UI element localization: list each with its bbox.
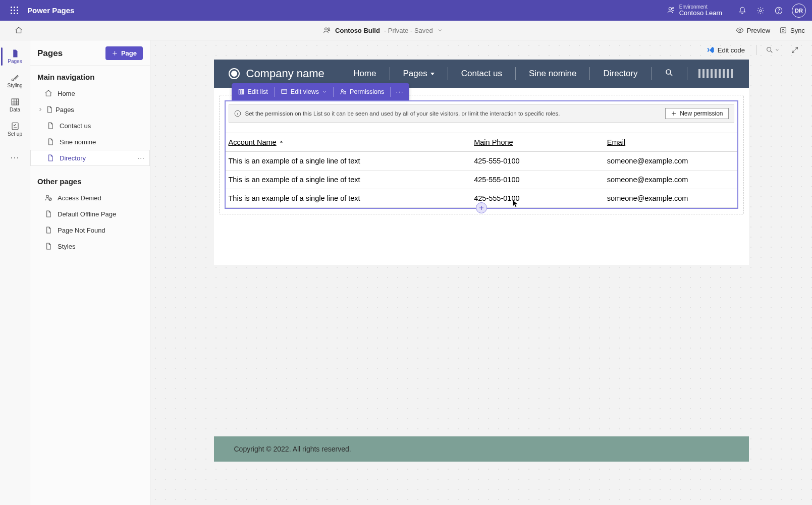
preview-nav-search[interactable] bbox=[658, 68, 681, 80]
document-icon bbox=[44, 210, 52, 218]
list-toolbar: Edit list Edit views Permissions bbox=[232, 83, 409, 100]
col-main-phone[interactable]: Main Phone bbox=[471, 133, 604, 152]
nav-home[interactable]: Home bbox=[30, 85, 150, 101]
page-icon bbox=[11, 49, 20, 58]
preview-button[interactable]: Preview bbox=[736, 26, 770, 34]
preview-nav-directory[interactable]: Directory bbox=[596, 69, 644, 79]
add-page-button[interactable]: Page bbox=[105, 46, 143, 60]
col-email[interactable]: Email bbox=[604, 133, 737, 152]
chevron-down-icon bbox=[322, 89, 327, 94]
info-icon bbox=[234, 110, 241, 117]
form-icon bbox=[281, 88, 288, 95]
document-icon bbox=[44, 242, 52, 250]
cell-email: someone@example.com bbox=[604, 189, 737, 208]
user-avatar[interactable]: DR bbox=[792, 4, 806, 18]
zoom-button[interactable] bbox=[764, 44, 782, 56]
edit-list-button[interactable]: Edit list bbox=[232, 83, 274, 100]
document-icon bbox=[45, 105, 53, 114]
tool-data[interactable]: Data bbox=[1, 93, 29, 117]
svg-point-1 bbox=[672, 8, 674, 9]
columns-icon bbox=[238, 88, 245, 95]
environment-label: Environment bbox=[679, 4, 722, 10]
preview-nav-contact[interactable]: Contact us bbox=[454, 69, 509, 79]
nav-pages[interactable]: Pages bbox=[30, 101, 150, 118]
svg-point-15 bbox=[232, 71, 237, 76]
ellipsis-icon: ... bbox=[10, 150, 19, 161]
cell-main-phone: 425-555-0100 bbox=[471, 152, 604, 171]
cell-main-phone: 425-555-0100 bbox=[471, 171, 604, 189]
nav-item-more-button[interactable]: ··· bbox=[137, 154, 145, 162]
table-row[interactable]: This is an example of a single line of t… bbox=[226, 171, 737, 189]
chevron-down-icon bbox=[437, 27, 443, 33]
col-main-phone-label: Main Phone bbox=[474, 138, 513, 146]
app-launcher-button[interactable] bbox=[6, 3, 22, 19]
fullscreen-button[interactable] bbox=[789, 44, 801, 56]
document-icon bbox=[46, 154, 55, 162]
add-page-label: Page bbox=[121, 49, 137, 57]
cell-email: someone@example.com bbox=[604, 171, 737, 189]
svg-rect-19 bbox=[242, 89, 243, 94]
nav-styles[interactable]: Styles bbox=[30, 238, 150, 254]
expand-icon bbox=[791, 46, 799, 54]
plus-icon bbox=[671, 110, 677, 117]
svg-point-16 bbox=[666, 70, 671, 74]
preview-nav-home[interactable]: Home bbox=[346, 69, 383, 79]
tool-setup-label: Set up bbox=[8, 131, 22, 137]
sort-asc-icon bbox=[279, 140, 284, 145]
preview-site-footer: Copyright © 2022. All rights reserved. bbox=[214, 436, 749, 462]
preview-brand[interactable]: Company name bbox=[228, 67, 324, 80]
nav-default-offline[interactable]: Default Offline Page bbox=[30, 206, 150, 222]
document-icon bbox=[46, 122, 55, 130]
cell-main-phone: 425-555-0100 bbox=[471, 189, 604, 208]
notifications-button[interactable] bbox=[733, 2, 751, 20]
tool-rail: Pages Styling Data Set up ... bbox=[0, 40, 30, 505]
svg-point-13 bbox=[767, 47, 771, 51]
edit-views-button[interactable]: Edit views bbox=[275, 83, 333, 100]
svg-rect-10 bbox=[12, 123, 18, 130]
permission-info-bar: Set the permission on this List so it ca… bbox=[229, 104, 734, 123]
plus-icon bbox=[478, 205, 484, 211]
add-section-button[interactable] bbox=[476, 202, 487, 213]
nav-access-denied[interactable]: Access Denied bbox=[30, 190, 150, 206]
list-component[interactable]: Set the permission on this List so it ca… bbox=[225, 100, 738, 209]
tool-pages[interactable]: Pages bbox=[1, 44, 29, 69]
nav-directory[interactable]: Directory ··· bbox=[30, 150, 150, 166]
svg-rect-20 bbox=[282, 89, 287, 93]
svg-rect-8 bbox=[781, 28, 786, 33]
preview-nav-sine[interactable]: Sine nomine bbox=[522, 69, 584, 79]
sync-button[interactable]: Sync bbox=[779, 26, 805, 34]
permissions-label: Permissions bbox=[350, 88, 384, 95]
main-nav-section-title: Main navigation bbox=[30, 66, 150, 85]
edit-code-button[interactable]: Edit code bbox=[702, 44, 749, 56]
svg-point-11 bbox=[46, 195, 49, 198]
tool-more[interactable]: ... bbox=[1, 143, 29, 167]
brush-icon bbox=[11, 73, 20, 82]
nav-directory-label: Directory bbox=[60, 154, 86, 162]
preview-nav-pages[interactable]: Pages bbox=[396, 69, 442, 79]
list-toolbar-more[interactable]: ··· bbox=[391, 83, 409, 100]
new-permission-button[interactable]: New permission bbox=[665, 108, 728, 119]
sync-icon bbox=[779, 26, 787, 34]
tool-styling[interactable]: Styling bbox=[1, 69, 29, 93]
data-table: Account Name Main Phone Email This is an… bbox=[226, 133, 737, 208]
nav-sine-nomine[interactable]: Sine nomine bbox=[30, 134, 150, 150]
question-icon bbox=[775, 7, 783, 15]
col-account-name[interactable]: Account Name bbox=[226, 133, 471, 152]
nav-page-not-found[interactable]: Page Not Found bbox=[30, 222, 150, 238]
col-account-name-label: Account Name bbox=[229, 138, 277, 146]
document-icon bbox=[44, 226, 52, 234]
svg-point-6 bbox=[328, 28, 330, 29]
nav-home-label: Home bbox=[58, 90, 75, 97]
tool-setup[interactable]: Set up bbox=[1, 117, 29, 141]
command-bar: Contoso Build - Private - Saved Preview … bbox=[0, 21, 812, 40]
table-row[interactable]: This is an example of a single line of t… bbox=[226, 152, 737, 171]
home-button[interactable] bbox=[11, 22, 27, 38]
help-button[interactable] bbox=[770, 2, 788, 20]
nav-contact-us[interactable]: Contact us bbox=[30, 118, 150, 134]
site-picker[interactable]: Contoso Build - Private - Saved bbox=[30, 26, 736, 34]
settings-button[interactable] bbox=[751, 2, 770, 20]
edit-code-label: Edit code bbox=[718, 46, 745, 54]
sync-label: Sync bbox=[790, 27, 805, 34]
permissions-button[interactable]: Permissions bbox=[334, 83, 390, 100]
environment-picker[interactable]: Environment Contoso Learn bbox=[667, 4, 722, 17]
